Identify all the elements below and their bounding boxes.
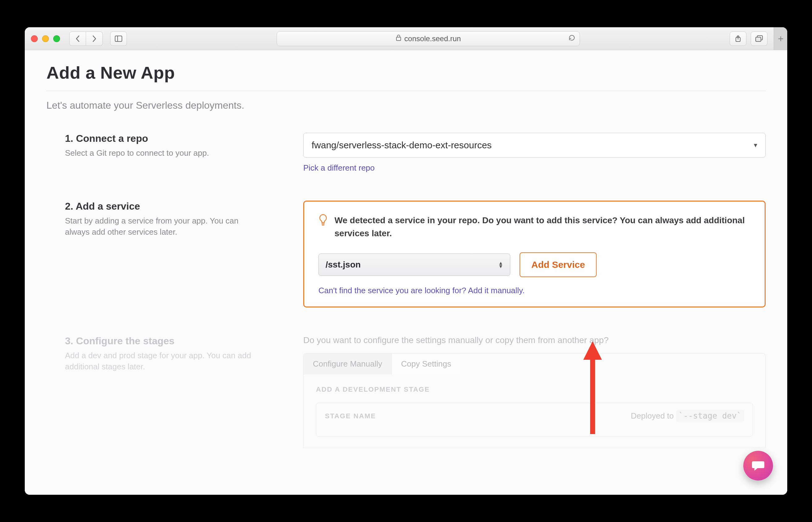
step2-desc: Start by adding a service from your app.… [65,215,263,238]
page-title: Add a New App [46,63,766,83]
zoom-window-button[interactable] [53,35,60,42]
address-bar[interactable]: console.seed.run [277,31,580,46]
tabs-icon [755,35,763,42]
tab-configure-manually[interactable]: Configure Manually [304,354,392,374]
config-tabs: Configure Manually Copy Settings [304,354,765,374]
page-content: Add a New App Let's automate your Server… [25,50,787,495]
service-path-select[interactable]: /sst.json ▲▼ [318,254,510,276]
step-connect-repo: 1. Connect a repo Select a Git repo to c… [46,133,766,173]
svg-rect-2 [396,37,401,41]
repo-dropdown-value: fwang/serverless-stack-demo-ext-resource… [312,140,492,150]
window-controls [31,35,60,42]
detected-service-message: We detected a service in your repo. Do y… [334,214,750,240]
reload-button[interactable] [568,34,575,43]
detected-service-panel: We detected a service in your repo. Do y… [303,201,766,307]
nav-back-forward [69,32,103,46]
divider [46,91,766,91]
step2-title: 2. Add a service [65,201,285,212]
address-bar-host: console.seed.run [404,34,461,43]
svg-rect-5 [756,37,761,41]
minimize-window-button[interactable] [42,35,49,42]
page-subtitle: Let's automate your Serverless deploymen… [46,100,766,111]
close-window-button[interactable] [31,35,38,42]
stage-config-box: Configure Manually Copy Settings ADD A D… [303,353,766,448]
step1-title: 1. Connect a repo [65,133,285,144]
step3-title: 3. Configure the stages [65,335,285,347]
lightbulb-icon [318,214,328,227]
lock-icon [396,35,401,42]
repo-dropdown[interactable]: fwang/serverless-stack-demo-ext-resource… [303,133,766,158]
chat-widget-button[interactable] [743,451,773,481]
stage-name-label: STAGE NAME [325,412,376,420]
share-icon [735,35,741,42]
add-service-button-label: Add Service [531,259,585,270]
back-button[interactable] [69,32,86,46]
svg-rect-0 [115,36,122,41]
updown-icon: ▲▼ [498,261,503,268]
chevron-left-icon [75,35,80,42]
dev-stage-section-label: ADD A DEVELOPMENT STAGE [316,385,753,394]
step3-question: Do you want to configure the settings ma… [303,335,766,345]
chat-icon [751,458,766,473]
step1-desc: Select a Git repo to connect to your app… [65,147,263,159]
service-path-value: /sst.json [326,260,361,270]
tab-copy-settings[interactable]: Copy Settings [392,354,460,374]
tabs-overview-button[interactable] [751,32,767,46]
browser-window: console.seed.run ＋ Add a New App Let's a… [25,27,787,495]
caret-down-icon: ▾ [754,141,757,149]
share-button[interactable] [730,32,746,46]
forward-button[interactable] [86,32,103,46]
add-service-button[interactable]: Add Service [520,252,597,277]
add-manually-link[interactable]: Can't find the service you are looking f… [318,286,750,295]
step-add-service: 2. Add a service Start by adding a servi… [46,201,766,307]
chevron-right-icon [92,35,97,42]
step-configure-stages: 3. Configure the stages Add a dev and pr… [46,335,766,448]
reload-icon [568,34,575,41]
pick-different-repo-link[interactable]: Pick a different repo [303,163,375,173]
step3-desc: Add a dev and prod stage for your app. Y… [65,350,263,373]
sidebar-icon [115,36,122,42]
browser-titlebar: console.seed.run ＋ [25,27,787,50]
new-tab-button[interactable]: ＋ [774,27,787,50]
deployed-to-text: Deployed to `--stage dev` [631,411,744,421]
sidebar-toggle-button[interactable] [110,32,127,46]
